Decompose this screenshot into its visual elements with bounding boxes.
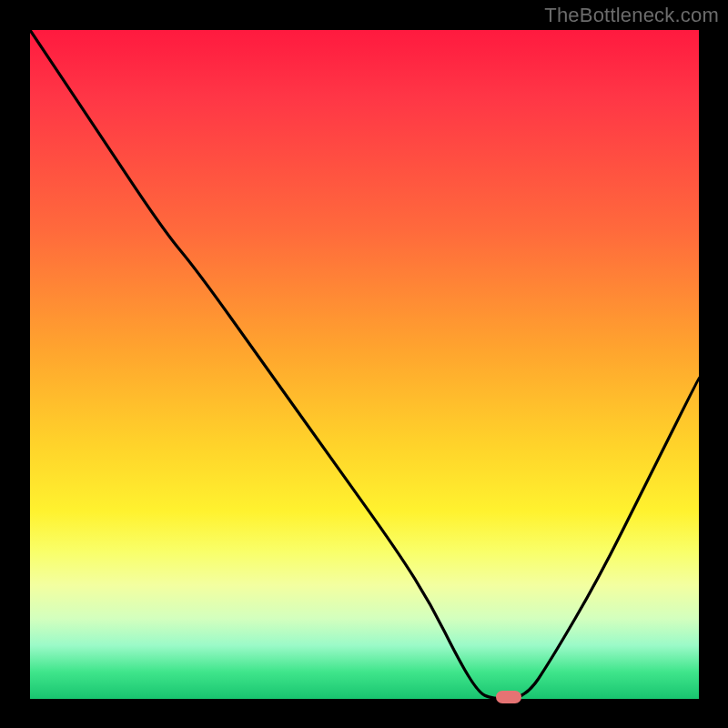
- curve-svg: [30, 30, 699, 699]
- plot-area: [30, 30, 699, 699]
- chart-stage: TheBottleneck.com: [0, 0, 728, 728]
- minimum-marker: [496, 691, 521, 703]
- bottleneck-curve-path: [30, 30, 699, 699]
- watermark-text: TheBottleneck.com: [544, 4, 719, 27]
